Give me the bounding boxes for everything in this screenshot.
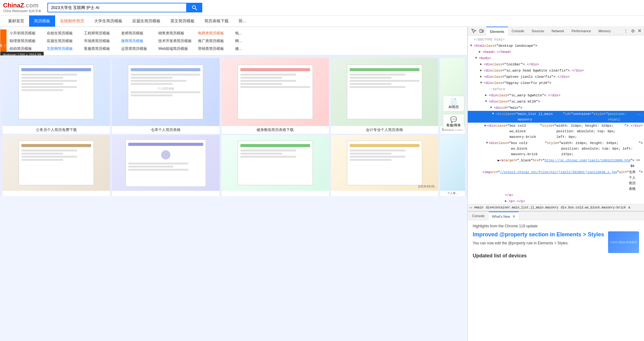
resume-card-2[interactable]: 个人简历表格 仓库个人简历表格: [112, 58, 219, 134]
nav-item-resume[interactable]: 简历模板: [29, 15, 55, 27]
devtools-more-icon[interactable]: ⋮: [622, 28, 630, 33]
dropdown-item[interactable]: 工程师简历模板: [84, 29, 115, 37]
resume-card-7[interactable]: [112, 135, 219, 196]
cursor-icon[interactable]: [470, 28, 477, 34]
dropdown-item[interactable]: 网...: [235, 37, 266, 45]
bottom-tabs: Console What's New ✕: [468, 212, 644, 220]
status-crumb-container[interactable]: div#container.main_list.jl_main.masonry: [486, 206, 558, 209]
dropdown-item-ecommerce[interactable]: 电商类简历模板: [198, 29, 229, 37]
tab-console[interactable]: Console: [508, 27, 528, 35]
ai-resume-btn[interactable]: 📄 AI简历: [443, 96, 464, 111]
dropdown-item[interactable]: 应届生简历模板: [47, 37, 78, 45]
bggray-div[interactable]: ▼ <div class =" bggray clearfix pt20 ">: [468, 80, 644, 86]
box2-div[interactable]: ▼ <div class =" box col3 ws_block masonr…: [468, 140, 644, 157]
scwarp-mt20-div[interactable]: ▼ <div class =" sc_warp mt20 ">: [468, 98, 644, 105]
status-crumb-a[interactable]: a: [629, 206, 630, 209]
tab-whats-new[interactable]: What's New ✕: [489, 212, 518, 220]
dropdown-item[interactable]: 助理类简历模板: [10, 37, 41, 45]
devtools-panel: Elements Console Sources Network Perform…: [467, 27, 644, 341]
devtools-close-icon[interactable]: ✕: [636, 28, 643, 34]
tab-network[interactable]: Network: [548, 27, 568, 35]
container-div[interactable]: ▼ <div class =" main_list jl_main masonr…: [468, 111, 644, 123]
dropdown-item[interactable]: 健...: [235, 45, 266, 53]
scwarp-bgwhite-div[interactable]: ▶ <div class =" sc_warp bgwhite "> … </d…: [468, 92, 644, 98]
devtools-tabs: Elements Console Sources Network Perform…: [486, 27, 622, 35]
dropdown-item[interactable]: 市场类简历模板: [84, 37, 115, 45]
nav-item-english[interactable]: 英文简历模板: [165, 15, 199, 27]
tab-console-bottom[interactable]: Console: [469, 212, 488, 220]
nav-item-fresh[interactable]: 应届生简历模板: [127, 15, 165, 27]
dropdown-item-weishang[interactable]: 微商简历模板: [121, 37, 152, 45]
nav-item-home[interactable]: 素材首页: [3, 15, 29, 27]
tab-memory[interactable]: Memory: [595, 27, 615, 35]
resume-card-8[interactable]: [221, 135, 329, 196]
devtools-settings-icon[interactable]: ⚙: [630, 28, 636, 33]
dropdown-col-5: 销售类简历模板 技术开发类简历模板 Web前端简历模板: [155, 29, 195, 53]
resume-card-9[interactable]: 文职类求职简...: [331, 135, 438, 196]
search-button[interactable]: [187, 3, 202, 12]
tab-sources[interactable]: Sources: [528, 27, 548, 35]
resume-card-1[interactable]: 热 公务员个人简历免费下载: [2, 58, 110, 134]
consultant-btn[interactable]: 💬 客服/商务: [443, 114, 464, 130]
dropdown-item[interactable]: Web前端简历模板: [158, 45, 192, 53]
side-buttons: 📄 AI简历 💬 客服/商务: [443, 96, 464, 130]
dropdown-area: 热 门 推 荐 小升初简历模板 助理类简历模板 幼幼简历模板 在校生简历模板 应…: [0, 27, 467, 55]
resume-card-4[interactable]: 会计专业个人简历表格: [331, 58, 438, 134]
dropdown-cols: 小升初简历模板 助理类简历模板 幼幼简历模板 在校生简历模板 应届生简历模板 互…: [7, 29, 467, 53]
dropdown-col-1: 小升初简历模板 助理类简历模板 幼幼简历模板: [7, 29, 44, 53]
main-div[interactable]: ▼ <div id =" main ">: [468, 105, 644, 111]
dropdown-col-3: 工程师简历模板 市场类简历模板 客服类简历模板: [81, 29, 118, 53]
card-image-6: [2, 135, 110, 191]
nav-item-more[interactable]: 简...: [234, 15, 251, 27]
whats-new-close-icon[interactable]: ✕: [512, 214, 515, 219]
html-line[interactable]: ▼ <html class =" desktop landscape ">: [468, 43, 644, 49]
scwarp-head-div[interactable]: ▶ <div class =" sc_warp head bgwhite cle…: [468, 68, 644, 74]
close-a-line[interactable]: </a>: [468, 192, 644, 198]
dropdown-col-4: 老师简历模板 微商简历模板 运营类简历模板: [118, 29, 155, 53]
watermark: CSDN @jojo米报易安: [610, 240, 637, 244]
status-crumb-main[interactable]: #main: [474, 206, 483, 209]
doctype-line[interactable]: <!DOCTYPE html>: [468, 37, 644, 43]
main-nav: 素材首页 简历模板 在线制作简历 大学生简历模板 应届生简历模板 英文简历模板 …: [0, 15, 644, 27]
logo-area: ChinaZ.com China Webmaster 站长字体: [3, 2, 41, 13]
highlights-title: Highlights from the Chrome 119 update: [473, 224, 639, 228]
before-pseudo[interactable]: ::before: [468, 86, 644, 92]
nav-item-online[interactable]: 在线制作简历: [55, 15, 89, 27]
card-image-2: 个人简历表格: [112, 58, 219, 126]
head-line[interactable]: ▶ <head> … </head>: [468, 49, 644, 55]
nav-item-table[interactable]: 简历表格下载: [199, 15, 234, 27]
toolbar-div[interactable]: ▶ <div class =" toolBar "> … </div>: [468, 61, 644, 68]
box1-div[interactable]: ▶ <div class =" box col3 ws_block masonr…: [468, 123, 644, 140]
anchor-line[interactable]: ▶ <a target =" _blank " href =" https://…: [468, 157, 644, 169]
dropdown-item[interactable]: 小升初简历模板: [10, 29, 41, 37]
dropdown-item[interactable]: 电...: [235, 29, 266, 37]
tab-elements[interactable]: Elements: [486, 27, 508, 35]
status-more-icon[interactable]: ⋯: [470, 205, 472, 210]
dropdown-item[interactable]: 推广类简历模板: [198, 37, 229, 45]
pptnav-div[interactable]: ▶ <div class =" pptnav jianli clearfix "…: [468, 74, 644, 80]
dropdown-item[interactable]: 老师简历模板: [121, 29, 152, 37]
devtools-left-icons: [469, 28, 486, 34]
dropdown-item[interactable]: 营销类简历模板: [198, 45, 229, 53]
tab-performance[interactable]: Performance: [568, 27, 595, 35]
resume-card-6[interactable]: [2, 135, 110, 196]
status-crumb-box[interactable]: div.box.col3.ws_block.masonry-brick: [561, 206, 626, 209]
body-line[interactable]: ▼ <body>: [468, 55, 644, 61]
dropdown-item[interactable]: 客服类简历模板: [84, 45, 115, 53]
dropdown-item[interactable]: 销售类简历模板: [158, 29, 192, 37]
dropdown-item[interactable]: 在校生简历模板: [47, 29, 78, 37]
img-line[interactable]: <img src =" //scpic2.chinaz.net/Files/pi…: [468, 169, 644, 192]
dropdown-item-internet[interactable]: 互联网简历模板: [47, 45, 78, 53]
p-collapsed[interactable]: ▶ <p> … </p>: [468, 198, 644, 204]
resume-card-10[interactable]: 个人事...: [440, 135, 465, 196]
device-toolbar-icon[interactable]: [478, 28, 485, 34]
card-image-7: [112, 135, 219, 191]
nav-item-college[interactable]: 大学生简历模板: [89, 15, 127, 27]
dropdown-item[interactable]: 技术开发类简历模板: [158, 37, 192, 45]
logo-sub: China Webmaster 站长字体: [3, 9, 41, 13]
resume-card-3[interactable]: 健身教练简历表格下载: [221, 58, 329, 134]
dropdown-item[interactable]: 运营类简历模板: [121, 45, 152, 53]
logo-main: ChinaZ.com: [3, 2, 41, 9]
devtools-bottom-panel: Console What's New ✕ Highlights from the…: [468, 211, 644, 341]
search-input[interactable]: [47, 3, 187, 12]
